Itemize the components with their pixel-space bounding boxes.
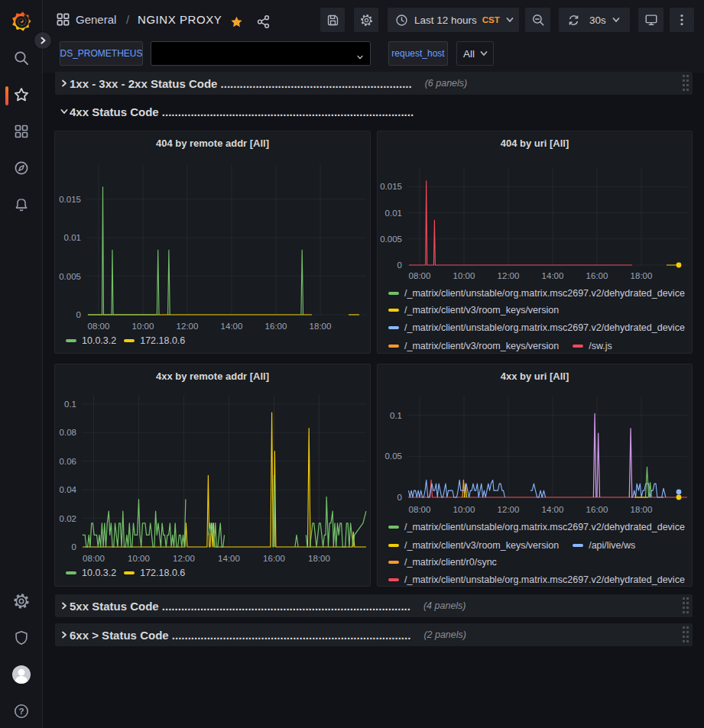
- svg-text:12:00: 12:00: [177, 322, 199, 331]
- svg-text:08:00: 08:00: [88, 322, 110, 331]
- svg-text:0: 0: [76, 310, 81, 319]
- svg-text:0.06: 0.06: [60, 457, 76, 466]
- svg-text:10:00: 10:00: [132, 322, 154, 331]
- svg-text:14:00: 14:00: [218, 554, 240, 563]
- svg-text:0.01: 0.01: [64, 233, 81, 242]
- svg-text:12:00: 12:00: [498, 505, 520, 514]
- svg-text:16:00: 16:00: [263, 554, 285, 563]
- svg-text:0.015: 0.015: [380, 182, 402, 191]
- svg-text:0.04: 0.04: [60, 485, 77, 494]
- svg-text:12:00: 12:00: [173, 554, 195, 563]
- svg-text:0.02: 0.02: [60, 514, 76, 523]
- svg-text:16:00: 16:00: [586, 271, 608, 280]
- svg-text:18:00: 18:00: [631, 271, 653, 280]
- svg-text:0: 0: [397, 493, 402, 502]
- svg-text:10:00: 10:00: [453, 271, 475, 280]
- svg-text:0.1: 0.1: [390, 411, 402, 420]
- svg-text:?: ?: [18, 707, 24, 716]
- svg-text:10:00: 10:00: [128, 554, 150, 563]
- svg-text:0: 0: [72, 542, 76, 552]
- svg-text:18:00: 18:00: [631, 505, 653, 514]
- svg-text:12:00: 12:00: [498, 271, 520, 280]
- svg-text:14:00: 14:00: [221, 322, 243, 331]
- svg-text:18:00: 18:00: [310, 322, 332, 331]
- svg-text:08:00: 08:00: [409, 505, 431, 514]
- svg-text:0.005: 0.005: [59, 272, 81, 281]
- svg-text:10:00: 10:00: [453, 505, 475, 514]
- svg-text:0.08: 0.08: [60, 428, 76, 437]
- svg-text:18:00: 18:00: [308, 554, 330, 563]
- svg-text:0.1: 0.1: [64, 400, 76, 409]
- svg-text:0.005: 0.005: [380, 235, 402, 244]
- svg-text:16:00: 16:00: [586, 505, 608, 514]
- svg-text:0: 0: [397, 260, 402, 270]
- svg-text:0.015: 0.015: [59, 195, 81, 204]
- svg-text:16:00: 16:00: [265, 322, 287, 331]
- svg-text:14:00: 14:00: [542, 271, 564, 280]
- svg-text:14:00: 14:00: [542, 505, 564, 514]
- svg-text:0.05: 0.05: [385, 451, 402, 461]
- svg-text:08:00: 08:00: [409, 271, 431, 280]
- svg-text:08:00: 08:00: [83, 554, 105, 563]
- svg-text:0.01: 0.01: [385, 209, 402, 218]
